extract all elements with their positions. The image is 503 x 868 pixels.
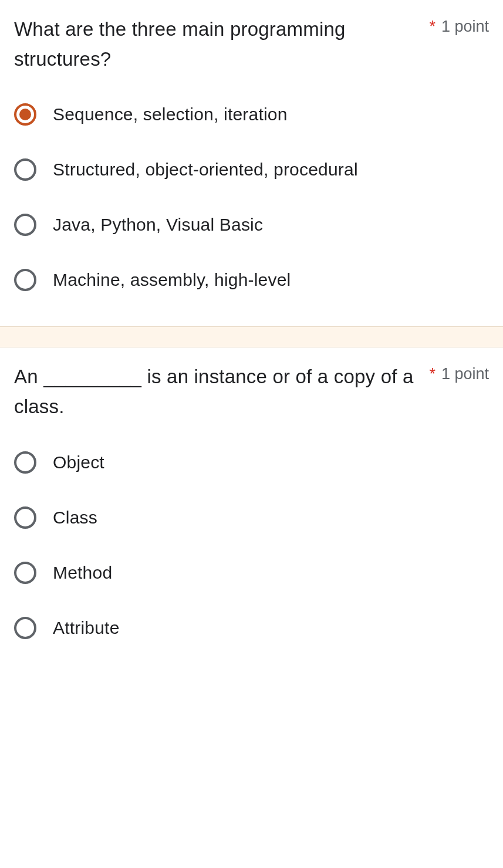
question-header: An _________ is an instance or of a copy… bbox=[14, 362, 489, 421]
option-label: Java, Python, Visual Basic bbox=[53, 215, 263, 235]
points-text: 1 point bbox=[441, 18, 489, 36]
option-label: Sequence, selection, iteration bbox=[53, 104, 288, 124]
option-row[interactable]: Attribute bbox=[14, 617, 489, 639]
points-area: * 1 point bbox=[429, 14, 489, 36]
option-label: Structured, object-oriented, procedural bbox=[53, 160, 358, 180]
required-star-icon: * bbox=[429, 365, 436, 383]
option-row[interactable]: Object bbox=[14, 451, 489, 474]
question-header: What are the three main programming stru… bbox=[14, 14, 489, 74]
radio-button-icon[interactable] bbox=[14, 269, 36, 291]
required-star-icon: * bbox=[429, 18, 436, 36]
option-label: Object bbox=[53, 452, 104, 472]
radio-button-icon[interactable] bbox=[14, 214, 36, 236]
question-text: An _________ is an instance or of a copy… bbox=[14, 362, 429, 421]
option-row[interactable]: Machine, assembly, high-level bbox=[14, 269, 489, 291]
radio-button-icon[interactable] bbox=[14, 103, 36, 126]
question-card-1: What are the three main programming stru… bbox=[0, 0, 503, 326]
option-row[interactable]: Class bbox=[14, 506, 489, 529]
radio-button-icon[interactable] bbox=[14, 617, 36, 639]
points-area: * 1 point bbox=[429, 362, 489, 383]
question-text: What are the three main programming stru… bbox=[14, 14, 429, 74]
option-label: Class bbox=[53, 508, 97, 528]
radio-button-icon[interactable] bbox=[14, 451, 36, 474]
card-divider bbox=[0, 326, 503, 347]
option-row[interactable]: Sequence, selection, iteration bbox=[14, 103, 489, 126]
options-list: Sequence, selection, iteration Structure… bbox=[14, 103, 489, 291]
radio-button-icon[interactable] bbox=[14, 158, 36, 181]
options-list: Object Class Method Attribute bbox=[14, 451, 489, 639]
option-label: Attribute bbox=[53, 618, 120, 638]
option-row[interactable]: Structured, object-oriented, procedural bbox=[14, 158, 489, 181]
question-card-2: An _________ is an instance or of a copy… bbox=[0, 347, 503, 674]
option-label: Machine, assembly, high-level bbox=[53, 270, 291, 290]
option-row[interactable]: Method bbox=[14, 562, 489, 584]
radio-button-icon[interactable] bbox=[14, 562, 36, 584]
radio-button-icon[interactable] bbox=[14, 506, 36, 529]
option-row[interactable]: Java, Python, Visual Basic bbox=[14, 214, 489, 236]
points-text: 1 point bbox=[441, 365, 489, 383]
option-label: Method bbox=[53, 563, 112, 583]
